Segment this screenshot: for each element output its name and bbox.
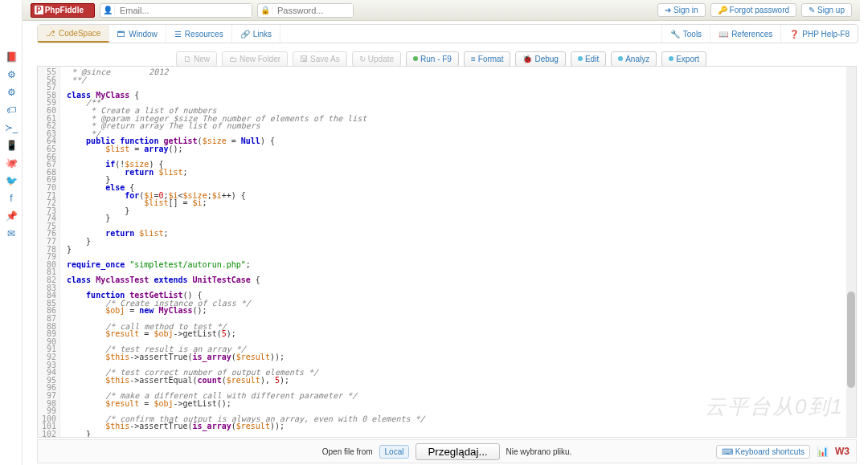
rail-icon-6[interactable]: 🐙 [0, 154, 23, 172]
tabbar: ⎇ CodeSpace🗔 Window☰ Resources🔗 Links🔧 T… [37, 24, 858, 43]
brand-logo[interactable]: PPhpFiddle [31, 3, 95, 18]
format-button[interactable]: ≡ Format [464, 51, 511, 67]
lock-icon: 🔒 [258, 6, 272, 14]
save-as-button[interactable]: 🖫 Save As [293, 51, 347, 67]
tab-right-0[interactable]: 🔧 Tools [661, 25, 710, 43]
line-gutter: 55 56 57 58 59 60 61 62 63 64 65 66 67 6… [38, 67, 60, 437]
left-rail: 📕⚙⚙🏷≻_📱🐙🐦f📌✉ [0, 0, 23, 465]
edit-button[interactable]: Edit [571, 51, 606, 67]
rail-icon-8[interactable]: f [0, 190, 23, 207]
password-field[interactable] [272, 4, 353, 17]
rail-icon-2[interactable]: ⚙ [0, 84, 23, 101]
code-area[interactable]: * @since 2012 **/ class MyClass { /** * … [60, 67, 845, 437]
local-badge[interactable]: Local [379, 445, 410, 459]
tab-right-2[interactable]: ❓ PHP Help-F8 [780, 25, 858, 43]
tab-icon: ☰ [174, 30, 182, 39]
rail-icon-4[interactable]: ≻_ [0, 119, 23, 137]
tab-icon: ❓ [789, 30, 799, 39]
user-icon: 👤 [100, 6, 115, 14]
email-field[interactable] [115, 4, 252, 17]
tab-icon: 🔧 [670, 30, 680, 39]
tab-resources[interactable]: ☰ Resources [166, 25, 232, 43]
no-file-label: Nie wybrano pliku. [506, 447, 572, 456]
signin-button[interactable]: ➜ Sign in [657, 3, 706, 17]
run-button[interactable]: Run - F9 [406, 51, 459, 67]
tab-links[interactable]: 🔗 Links [232, 25, 280, 43]
rail-icon-5[interactable]: 📱 [0, 137, 23, 154]
email-group: 👤 [100, 3, 252, 18]
browse-button[interactable]: Przeglądaj... [416, 443, 499, 460]
rail-icon-3[interactable]: 🏷 [0, 101, 23, 119]
password-group: 🔒 [257, 3, 354, 18]
scrollbar-thumb[interactable] [847, 292, 855, 388]
new-button[interactable]: 🗋 New [176, 51, 217, 67]
tab-icon: 📖 [719, 30, 728, 39]
main-column: PPhpFiddle 👤 🔒 ➜ Sign in 🔑 Forgot passwo… [23, 0, 860, 465]
keyboard-shortcuts-button[interactable]: ⌨ Keyboard shortcuts [716, 445, 810, 459]
stats-icon[interactable]: 📊 [817, 446, 829, 457]
tab-codespace[interactable]: ⎇ CodeSpace [38, 25, 109, 43]
tab-right-1[interactable]: 📖 References [710, 25, 780, 43]
forgot-password-button[interactable]: 🔑 Forgot password [710, 3, 796, 17]
code-editor[interactable]: 55 56 57 58 59 60 61 62 63 64 65 66 67 6… [37, 66, 857, 438]
topbar: PPhpFiddle 👤 🔒 ➜ Sign in 🔑 Forgot passwo… [23, 0, 860, 21]
w3c-icon[interactable]: W3 [835, 446, 850, 457]
tab-icon: 🔗 [240, 30, 250, 39]
export-button[interactable]: Export [661, 51, 706, 67]
footer-bar: Open file from Local Przeglądaj... Nie w… [37, 439, 857, 463]
vertical-scrollbar[interactable] [846, 67, 856, 437]
rail-icon-1[interactable]: ⚙ [0, 66, 23, 84]
signup-button[interactable]: ✎ Sign up [801, 3, 852, 17]
open-from-label: Open file from [322, 447, 373, 456]
tab-icon: ⎇ [46, 29, 55, 38]
rail-icon-0[interactable]: 📕 [0, 48, 23, 66]
debug-button[interactable]: 🐞 Debug [515, 51, 565, 67]
rail-icon-10[interactable]: ✉ [0, 225, 23, 243]
analyze-button[interactable]: Analyz [611, 51, 657, 67]
update-button[interactable]: ↻ Update [352, 51, 401, 67]
tab-icon: 🗔 [117, 30, 125, 39]
rail-icon-9[interactable]: 📌 [0, 207, 23, 225]
tab-window[interactable]: 🗔 Window [109, 25, 166, 43]
rail-icon-7[interactable]: 🐦 [0, 172, 23, 190]
new-folder-button[interactable]: 🗀 New Folder [222, 51, 288, 67]
